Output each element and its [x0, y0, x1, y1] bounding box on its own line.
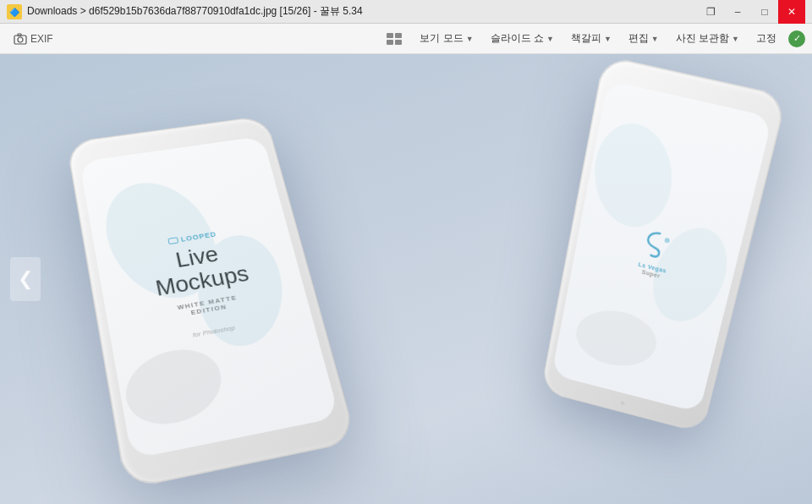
- titlebar-path: Downloads > d6f529b15b7636da7f88770910df…: [27, 4, 690, 19]
- view-mode-chevron: ▼: [466, 35, 474, 43]
- slideshow-button[interactable]: 슬라이드 쇼 ▼: [482, 28, 562, 49]
- svg-rect-4: [18, 34, 21, 36]
- camera-icon: [14, 32, 27, 46]
- maximize-button[interactable]: □: [751, 0, 778, 24]
- photo-viewer-chevron: ▼: [732, 35, 739, 43]
- exif-label: EXIF: [30, 33, 53, 45]
- phone-left-body: LOOPED Live Mockups WHITE MATTE EDITION …: [66, 115, 357, 490]
- close-button[interactable]: ✕: [778, 0, 805, 24]
- svg-point-3: [18, 37, 23, 42]
- svg-point-11: [115, 337, 233, 437]
- phone-right-screen: Ls Vegas Super: [551, 80, 773, 413]
- view-mode-button[interactable]: 보기 모드 ▼: [411, 28, 481, 49]
- phone-left-screen: LOOPED Live Mockups WHITE MATTE EDITION …: [80, 136, 340, 459]
- app-icon: 🔷: [7, 4, 22, 19]
- home-indicator: [620, 401, 625, 405]
- right-side-btn-2: [582, 142, 588, 160]
- svg-rect-5: [387, 33, 393, 38]
- prev-button[interactable]: ❮: [10, 257, 41, 301]
- side-button-left-2: [77, 221, 82, 238]
- exif-button[interactable]: EXIF: [7, 29, 60, 49]
- bookmarks-label: 책갈피: [571, 31, 601, 46]
- right-side-btn-1: [585, 121, 591, 139]
- right-bg-shapes: [551, 80, 773, 413]
- phone-left: LOOPED Live Mockups WHITE MATTE EDITION …: [66, 115, 357, 490]
- phone-right: Ls Vegas Super: [540, 55, 787, 433]
- svg-rect-7: [387, 40, 393, 45]
- svg-point-13: [640, 216, 742, 333]
- side-button-right: [283, 175, 292, 200]
- right-side-btn-3: [762, 171, 771, 197]
- thumbnail-view-button[interactable]: [377, 29, 411, 49]
- settings-label: 고정: [756, 31, 776, 46]
- check-badge: ✓: [788, 30, 805, 47]
- photo-viewer-label: 사진 보관함: [676, 31, 729, 46]
- titlebar: 🔷 Downloads > d6f529b15b7636da7f88770910…: [0, 0, 812, 24]
- image-viewer: ❮: [0, 54, 812, 504]
- bookmarks-chevron: ▼: [604, 35, 612, 43]
- photo-viewer-button[interactable]: 사진 보관함 ▼: [667, 28, 748, 49]
- view-mode-label: 보기 모드: [420, 31, 463, 46]
- edit-button[interactable]: 편집 ▼: [620, 28, 667, 49]
- svg-rect-6: [395, 33, 402, 38]
- bg-decorative: [80, 136, 340, 459]
- svg-text:🔷: 🔷: [9, 7, 20, 18]
- edit-chevron: ▼: [651, 35, 659, 43]
- slideshow-label: 슬라이드 쇼: [491, 31, 544, 46]
- window-controls: ❐ – □ ✕: [697, 0, 805, 24]
- svg-point-14: [573, 305, 660, 372]
- svg-point-12: [591, 122, 673, 227]
- settings-button[interactable]: 고정: [748, 28, 785, 49]
- minimize-button[interactable]: –: [724, 0, 751, 24]
- slideshow-chevron: ▼: [546, 35, 554, 43]
- bookmarks-button[interactable]: 책갈피 ▼: [562, 28, 620, 49]
- side-button-left-1: [74, 199, 79, 215]
- image-content: LOOPED Live Mockups WHITE MATTE EDITION …: [42, 68, 770, 490]
- thumbnail-icon: [386, 32, 403, 46]
- toolbar: EXIF 보기 모드 ▼ 슬라이드 쇼 ▼ 책갈피 ▼ 편집 ▼: [0, 24, 812, 54]
- restore-button[interactable]: ❐: [697, 0, 724, 24]
- edit-label: 편집: [628, 31, 649, 46]
- toolbar-view-group: 보기 모드 ▼ 슬라이드 쇼 ▼ 책갈피 ▼ 편집 ▼ 사진 보관함 ▼ 고정 …: [377, 28, 805, 49]
- svg-rect-8: [395, 40, 402, 45]
- phone-right-body: Ls Vegas Super: [540, 55, 787, 433]
